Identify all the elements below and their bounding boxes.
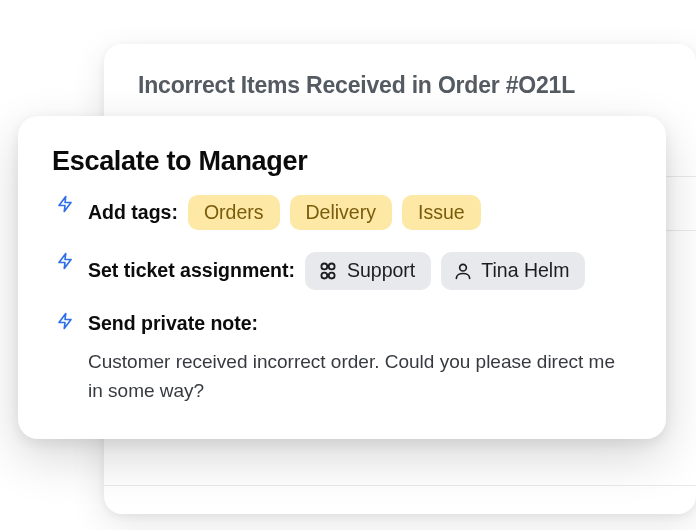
assignee-person-chip[interactable]: Tina Helm <box>441 252 585 289</box>
step-add-tags: Add tags: Orders Delivery Issue <box>52 195 632 252</box>
divider <box>104 485 696 486</box>
step-label: Add tags: <box>88 201 178 224</box>
ticket-title: Incorrect Items Received in Order #O21L <box>138 72 662 99</box>
chip-label: Tina Helm <box>481 257 569 284</box>
step-label: Set ticket assignment: <box>88 259 295 282</box>
svg-point-5 <box>329 273 335 279</box>
lightning-icon <box>56 195 74 213</box>
step-label: Send private note: <box>88 312 258 335</box>
assignee-group-chip[interactable]: Support <box>305 252 431 289</box>
person-icon <box>453 261 473 281</box>
svg-point-3 <box>329 263 335 269</box>
step-assignment: Set ticket assignment: Support Tina Helm <box>52 252 632 311</box>
svg-point-4 <box>321 273 327 279</box>
svg-point-6 <box>460 264 467 271</box>
private-note-text: Customer received incorrect order. Could… <box>88 347 632 406</box>
svg-marker-1 <box>59 254 71 269</box>
lightning-icon <box>56 312 74 330</box>
lightning-icon <box>56 252 74 270</box>
chip-label: Support <box>347 257 415 284</box>
step-private-note: Send private note: Customer received inc… <box>52 312 632 406</box>
tag-delivery[interactable]: Delivery <box>290 195 392 230</box>
svg-marker-0 <box>59 197 71 212</box>
panel-title: Escalate to Manager <box>52 146 632 177</box>
step-rail <box>52 252 78 278</box>
svg-marker-7 <box>59 313 71 328</box>
group-icon <box>317 260 339 282</box>
tag-issue[interactable]: Issue <box>402 195 481 230</box>
tag-orders[interactable]: Orders <box>188 195 280 230</box>
svg-point-2 <box>321 263 327 269</box>
step-rail <box>52 312 78 338</box>
step-rail <box>52 195 78 221</box>
escalate-panel: Escalate to Manager Add tags: Orders Del… <box>18 116 666 439</box>
